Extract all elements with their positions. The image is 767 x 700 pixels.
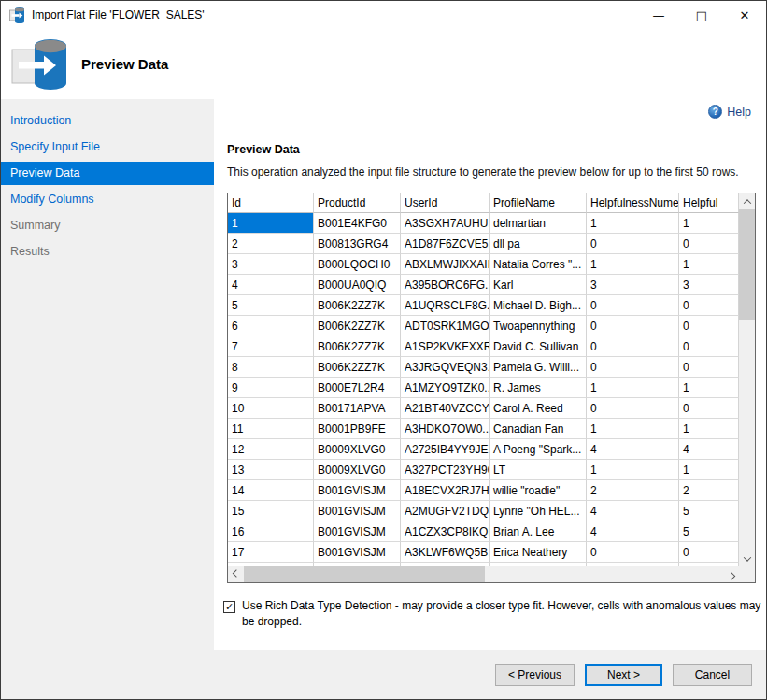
sidebar-item-specify-input-file[interactable]: Specify Input File	[1, 134, 214, 160]
table-cell[interactable]: A1D87F6ZCVE5...	[401, 234, 490, 254]
scroll-up-arrow-icon[interactable]	[739, 193, 755, 209]
table-cell[interactable]: 6	[228, 316, 314, 336]
table-cell[interactable]: 0	[587, 542, 679, 563]
table-cell[interactable]: 5	[679, 521, 739, 542]
table-cell[interactable]: 10	[228, 398, 314, 419]
table-cell[interactable]: 0	[679, 316, 739, 336]
table-cell[interactable]: 1	[679, 419, 739, 439]
column-header-helpfulnessnumerator[interactable]: HelpfulnessNume	[587, 193, 679, 213]
table-cell[interactable]: 5	[228, 295, 314, 316]
column-header-id[interactable]: Id	[228, 193, 314, 213]
table-cell[interactable]: B0009XLVG0	[314, 460, 401, 480]
table-cell[interactable]: 0	[679, 336, 739, 357]
rich-data-type-label[interactable]: Use Rich Data Type Detection - may provi…	[242, 598, 763, 631]
table-cell[interactable]: 5	[679, 501, 739, 521]
table-cell[interactable]: 0	[587, 234, 679, 254]
table-cell[interactable]: ADT0SRK1MGO...	[401, 316, 490, 336]
table-cell[interactable]: 1	[587, 213, 679, 234]
table-cell[interactable]: delmartian	[490, 213, 587, 234]
table-cell[interactable]: 2	[679, 480, 739, 501]
column-header-productid[interactable]: ProductId	[314, 193, 401, 213]
scroll-right-arrow-icon[interactable]	[723, 566, 739, 582]
sidebar-item-modify-columns[interactable]: Modify Columns	[1, 186, 214, 212]
table-cell[interactable]: Michael D. Bigh...	[490, 295, 587, 316]
table-cell[interactable]: A1UQRSCLF8G...	[401, 295, 490, 316]
table-cell[interactable]: 12	[228, 439, 314, 460]
column-header-userid[interactable]: UserId	[401, 193, 490, 213]
table-cell[interactable]: ABXLMWJIXXAIN	[401, 254, 490, 275]
table-cell[interactable]: B006K2ZZ7K	[314, 357, 401, 378]
horizontal-scrollbar[interactable]	[228, 566, 755, 582]
table-cell[interactable]: 4	[228, 275, 314, 295]
column-header-profilename[interactable]: ProfileName	[490, 193, 587, 213]
table-cell[interactable]: 0	[679, 357, 739, 378]
table-cell[interactable]: 13	[228, 460, 314, 480]
rich-data-type-checkbox[interactable]: ✓	[223, 601, 235, 613]
table-cell[interactable]: B000E7L2R4	[314, 378, 401, 398]
table-cell[interactable]: A21BT40VZCCY...	[401, 398, 490, 419]
table-cell[interactable]: 16	[228, 521, 314, 542]
table-cell[interactable]: 9	[228, 378, 314, 398]
table-cell[interactable]: A1SP2KVKFXXR...	[401, 336, 490, 357]
vertical-scrollbar-thumb[interactable]	[739, 209, 755, 320]
table-cell[interactable]: 1	[679, 460, 739, 480]
table-cell[interactable]: Natalia Corres "...	[490, 254, 587, 275]
table-cell[interactable]: R. James	[490, 378, 587, 398]
table-cell[interactable]: 2	[228, 234, 314, 254]
table-cell[interactable]: Lynrie "Oh HEL...	[490, 501, 587, 521]
table-cell[interactable]: 4	[679, 439, 739, 460]
table-cell[interactable]: B00171APVA	[314, 398, 401, 419]
table-cell[interactable]: A395BORC6FG...	[401, 275, 490, 295]
maximize-button[interactable]: □	[680, 1, 723, 29]
table-cell[interactable]: 3	[679, 275, 739, 295]
sidebar-item-introduction[interactable]: Introduction	[1, 107, 214, 134]
table-cell[interactable]: B00813GRG4	[314, 234, 401, 254]
help-link[interactable]: ? Help	[708, 105, 751, 119]
table-cell[interactable]: LT	[490, 460, 587, 480]
table-cell[interactable]: 0	[679, 542, 739, 563]
table-cell[interactable]: Pamela G. Willi...	[490, 357, 587, 378]
table-cell[interactable]: B000LQOCH0	[314, 254, 401, 275]
table-cell[interactable]: 8	[228, 357, 314, 378]
table-cell[interactable]: A18ECVX2RJ7H...	[401, 480, 490, 501]
horizontal-scrollbar-thumb[interactable]	[244, 566, 485, 582]
sidebar-item-preview-data[interactable]: Preview Data	[1, 162, 214, 185]
table-cell[interactable]: 0	[679, 398, 739, 419]
table-cell[interactable]: B006K2ZZ7K	[314, 316, 401, 336]
table-cell[interactable]: 4	[587, 521, 679, 542]
table-cell[interactable]: A Poeng "Spark...	[490, 439, 587, 460]
table-cell[interactable]: Canadian Fan	[490, 419, 587, 439]
table-cell[interactable]: David C. Sullivan	[490, 336, 587, 357]
table-cell[interactable]: 7	[228, 336, 314, 357]
table-cell[interactable]: 4	[587, 501, 679, 521]
table-cell[interactable]: A3HDKO7OW0...	[401, 419, 490, 439]
table-cell[interactable]: 11	[228, 419, 314, 439]
table-cell[interactable]: A3JRGQVEQN3...	[401, 357, 490, 378]
table-cell[interactable]: 1	[587, 460, 679, 480]
table-cell[interactable]: 1	[679, 254, 739, 275]
table-cell[interactable]: A2725IB4YY9JEB	[401, 439, 490, 460]
table-cell[interactable]: B001GVISJM	[314, 542, 401, 563]
table-cell[interactable]: 2	[587, 480, 679, 501]
table-cell[interactable]: 3	[587, 275, 679, 295]
table-cell[interactable]: 1	[587, 254, 679, 275]
table-cell[interactable]: Karl	[490, 275, 587, 295]
table-cell[interactable]: 1	[228, 213, 314, 234]
table-cell[interactable]: 1	[587, 419, 679, 439]
table-cell[interactable]: B0001PB9FE	[314, 419, 401, 439]
table-cell[interactable]: 0	[587, 295, 679, 316]
scroll-down-arrow-icon[interactable]	[739, 550, 755, 566]
table-cell[interactable]: 0	[679, 234, 739, 254]
table-cell[interactable]: B000UA0QIQ	[314, 275, 401, 295]
table-cell[interactable]: 1	[679, 378, 739, 398]
table-cell[interactable]: A1MZYO9TZK0...	[401, 378, 490, 398]
table-cell[interactable]: B001E4KFG0	[314, 213, 401, 234]
table-cell[interactable]: 0	[679, 295, 739, 316]
table-cell[interactable]: 4	[587, 439, 679, 460]
table-cell[interactable]: A1CZX3CP8IKQIJ	[401, 521, 490, 542]
table-cell[interactable]: B001GVISJM	[314, 501, 401, 521]
table-cell[interactable]: 0	[587, 336, 679, 357]
table-cell[interactable]: 0	[587, 316, 679, 336]
next-button[interactable]: Next >	[585, 664, 662, 686]
table-cell[interactable]: B001GVISJM	[314, 480, 401, 501]
